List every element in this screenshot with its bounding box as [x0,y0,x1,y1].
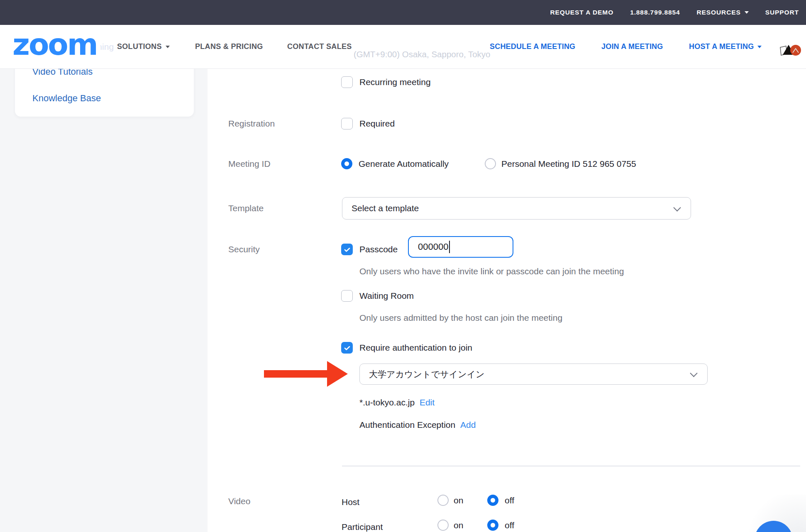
caret-down-icon [166,46,170,48]
meeting-id-generate-radio[interactable] [341,158,352,169]
registration-label: Registration [228,118,275,129]
nav-host-meeting[interactable]: HOST A MEETING [689,42,762,51]
text-cursor [449,241,450,253]
video-participant-on-radio[interactable] [437,520,449,531]
caret-down-icon [757,46,762,48]
video-host-on-label: on [454,495,463,506]
chevron-down-icon [673,204,681,211]
video-label: Video [228,496,250,507]
auth-domain-edit-link[interactable]: Edit [420,398,435,407]
nav-schedule-meeting[interactable]: SCHEDULE A MEETING [490,42,575,51]
video-participant-off-label: off [505,520,514,531]
video-participant-off-radio[interactable] [487,520,498,531]
section-divider [342,466,800,466]
support-link[interactable]: SUPPORT [765,9,799,16]
chevron-down-icon [690,369,697,377]
auth-exception-label: Authentication Exception [359,420,455,430]
video-participant-label: Participant [342,522,383,532]
video-host-on-radio[interactable] [437,495,449,506]
resources-menu[interactable]: RESOURCES [696,9,748,16]
sidebar-item-knowledge-base[interactable]: Knowledge Base [32,93,101,104]
profile-avatar[interactable] [779,43,802,58]
auth-method-select[interactable]: 大学アカウントでサインイン [359,364,708,385]
registration-required-checkbox[interactable] [341,118,353,129]
nav-plans-pricing[interactable]: PLANS & PRICING [195,42,263,51]
template-select-value: Select a template [342,203,419,213]
nav-contact-sales[interactable]: CONTACT SALES [287,42,352,51]
passcode-value: 000000 [418,242,448,252]
auth-domain-row: *.u-tokyo.ac.jp Edit [359,397,435,408]
video-host-off-label: off [505,495,514,506]
waiting-room-label: Waiting Room [359,290,414,301]
auth-exception-add-link[interactable]: Add [460,420,476,430]
meeting-id-generate-label: Generate Automatically [359,159,449,169]
passcode-help-text: Only users who have the invite link or p… [359,266,624,277]
passcode-input[interactable]: 000000 [408,236,513,258]
passcode-checkbox[interactable] [341,244,353,255]
nav-solutions[interactable]: SOLUTIONS [117,42,170,51]
waiting-room-help-text: Only users admitted by the host can join… [359,312,562,323]
recurring-meeting-checkbox[interactable] [341,76,353,88]
require-auth-checkbox[interactable] [341,342,353,354]
nav-host-meeting-label: HOST A MEETING [689,42,754,51]
video-participant-on-label: on [454,520,463,531]
check-icon [343,344,351,352]
video-host-off-radio[interactable] [487,495,498,506]
request-demo-link[interactable]: REQUEST A DEMO [550,9,613,16]
check-icon [343,246,351,254]
video-host-label: Host [342,497,359,508]
template-select[interactable]: Select a template [342,197,691,220]
ghost-timezone-text: (GMT+9:00) Osaka, Sapporo, Tokyo [354,49,490,59]
red-arrow-annotation [264,370,327,378]
waiting-room-checkbox[interactable] [341,290,353,302]
meeting-id-personal-label: Personal Meeting ID 512 965 0755 [501,159,636,169]
security-label: Security [228,244,260,255]
meeting-id-personal-radio[interactable] [485,158,496,169]
red-arrow-head [327,361,348,387]
meeting-id-label: Meeting ID [228,159,271,169]
auth-method-select-value: 大学アカウントでサインイン [360,368,484,380]
nav-join-meeting[interactable]: JOIN A MEETING [601,42,663,51]
resources-label: RESOURCES [696,9,740,16]
recurring-meeting-label: Recurring meeting [359,77,431,88]
require-auth-label: Require authentication to join [359,342,472,353]
passcode-label: Passcode [359,244,398,255]
nav-solutions-label: SOLUTIONS [117,42,162,51]
registration-required-label: Required [359,118,395,129]
auth-domain-value: *.u-tokyo.ac.jp [359,398,415,407]
phone-number[interactable]: 1.888.799.8854 [630,9,680,16]
caret-down-icon [745,11,749,14]
top-utility-bar: REQUEST A DEMO 1.888.799.8854 RESOURCES … [0,0,806,25]
zoom-logo[interactable]: zoom [12,30,100,59]
auth-exception-row: Authentication Exception Add [359,420,476,430]
template-label: Template [228,203,264,214]
